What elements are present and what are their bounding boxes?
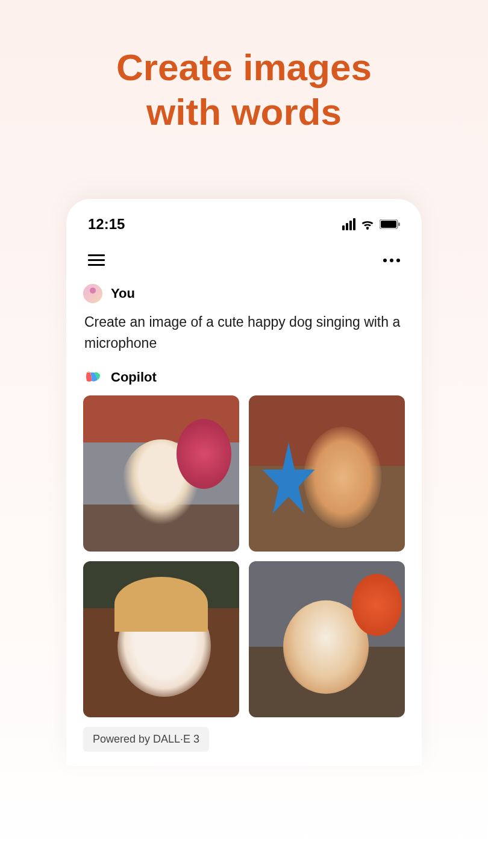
more-options-icon[interactable] [383,259,400,262]
nav-bar [83,247,405,284]
generated-image[interactable] [83,395,239,552]
assistant-sender-label: Copilot [111,370,157,385]
status-time: 12:15 [88,216,125,233]
copilot-logo-icon [83,368,102,387]
promo-headline: Create images with words [0,0,488,135]
svg-rect-2 [381,221,396,228]
generated-image[interactable] [249,395,405,552]
svg-rect-3 [398,222,400,226]
cellular-signal-icon [342,218,355,230]
user-avatar-icon [83,284,102,303]
battery-icon [380,219,400,229]
generated-image-grid [83,395,405,717]
generated-image[interactable] [249,561,405,717]
wifi-icon [360,218,375,230]
powered-by-badge: Powered by DALL·E 3 [83,727,209,752]
assistant-message: Copilot Powered by DALL·E 3 [83,368,405,752]
user-message: You Create an image of a cute happy dog … [83,284,405,353]
generated-image[interactable] [83,561,239,717]
hamburger-menu-icon[interactable] [88,254,105,266]
headline-line2: with words [0,90,488,134]
status-icons [342,218,400,230]
assistant-message-header: Copilot [83,368,405,387]
status-bar: 12:15 [83,216,405,247]
user-message-header: You [83,284,405,303]
phone-mockup: 12:15 [66,199,422,766]
user-message-text: Create an image of a cute happy dog sing… [83,312,405,353]
headline-line1: Create images [0,45,488,90]
svg-point-0 [366,227,369,230]
user-sender-label: You [111,286,135,301]
